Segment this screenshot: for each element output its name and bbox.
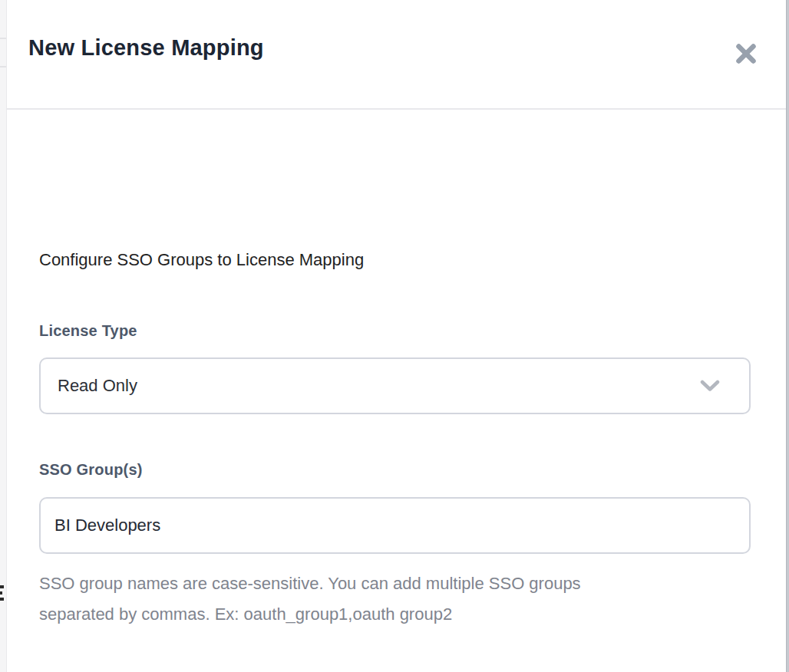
background-page-strip <box>0 0 6 672</box>
license-type-label: License Type <box>39 322 137 340</box>
close-icon <box>735 43 757 64</box>
background-divider-fragment <box>0 38 6 39</box>
background-text-fragment <box>0 591 2 595</box>
sso-groups-label: SSO Group(s) <box>39 461 143 479</box>
sso-groups-input[interactable] <box>39 497 751 554</box>
modal-subtitle: Configure SSO Groups to License Mapping <box>39 250 364 270</box>
license-type-select[interactable]: Read Only <box>39 357 751 414</box>
license-type-selected-value: Read Only <box>58 376 700 396</box>
background-text-fragment <box>0 598 4 601</box>
page: New License Mapping Configure SSO Groups… <box>0 0 789 672</box>
modal-header: New License Mapping <box>7 0 786 110</box>
new-license-mapping-modal: New License Mapping Configure SSO Groups… <box>6 0 786 672</box>
modal-title: New License Mapping <box>28 35 264 61</box>
close-button[interactable] <box>732 40 760 68</box>
background-text-fragment <box>0 585 4 588</box>
sso-groups-help-line-2: separated by commas. Ex: oauth_group1,oa… <box>39 599 730 630</box>
chevron-down-icon <box>700 380 720 392</box>
scrollbar-track[interactable] <box>786 0 789 672</box>
background-divider-fragment <box>0 66 6 68</box>
sso-groups-help-line-1: SSO group names are case-sensitive. You … <box>39 568 730 599</box>
sso-groups-help-text: SSO group names are case-sensitive. You … <box>39 568 730 630</box>
